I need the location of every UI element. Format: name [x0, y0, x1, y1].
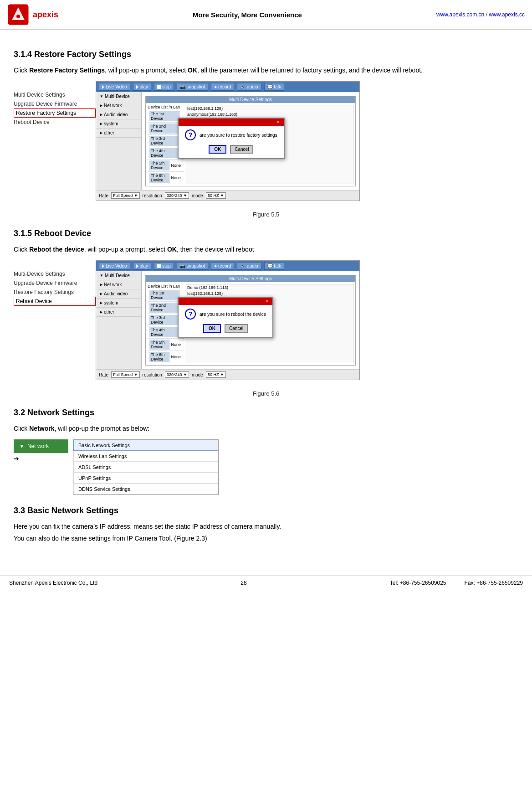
tb-snapshot-55: 📷 snapshot — [177, 83, 208, 91]
device-label-1-56: The 1st Device — [149, 290, 179, 300]
confirm-title-text-55 — [181, 119, 183, 125]
left-nav-56: Multi-Device Settings Upgrade Device Fir… — [14, 260, 96, 306]
left-nav-55: Multi-Device Settings Upgrade Device Fir… — [14, 81, 96, 127]
tb-record-55: ● record — [211, 83, 234, 91]
rate-select-56[interactable]: Full Speed ▼ — [111, 371, 139, 378]
mode-label-55: mode — [192, 193, 203, 198]
device-row-5th-55: The 5th Device None — [148, 160, 184, 172]
device-label-2-56: The 2nd Device — [149, 303, 179, 313]
confirm-cancel-btn-55[interactable]: Cancel — [230, 145, 253, 154]
device-row-6th-55: The 6th Device None — [148, 172, 184, 184]
nav-restore-55: Restore Factory Settings — [14, 108, 96, 118]
body-basic-network-2: You can also do the same settings from I… — [14, 535, 518, 542]
net-figure-container: ▼ Net work ➔ Basic Network Settings Wire… — [14, 439, 518, 495]
play-icon — [136, 85, 138, 89]
net-arrow-icon: ➔ — [14, 455, 68, 462]
figure-56-container: Multi-Device Settings Upgrade Device Fir… — [14, 260, 518, 380]
confirm-cancel-btn-56[interactable]: Cancel — [225, 324, 248, 333]
net-item-adsl[interactable]: ADSL Settings — [73, 462, 218, 473]
device-label-5-55: The 5th Device — [149, 160, 169, 170]
device-val-6-55: None — [169, 175, 182, 180]
footer-contact: Tel: +86-755-26509025 Fax: +86-755-26509… — [390, 580, 523, 586]
confirm-close-55[interactable]: ✕ — [276, 119, 281, 125]
livevideo-icon-56 — [102, 264, 104, 268]
sb-other-55: ▶ other — [96, 129, 141, 138]
mode-select-56[interactable]: 50 HZ ▼ — [206, 371, 226, 378]
tb-play-55: play — [133, 83, 151, 91]
sb-other-56: ▶ other — [96, 308, 141, 317]
confirm-close-56[interactable]: ✕ — [264, 299, 270, 304]
header-tagline: More Security, More Convenience — [58, 11, 436, 19]
figure-56-caption: Figure 5.6 — [253, 390, 280, 397]
section-network-settings: 3.2 Network Settings Click Network, will… — [14, 408, 518, 495]
confirm-buttons-55: OK Cancel — [185, 145, 277, 154]
device-label-3-56: The 3rd Device — [149, 315, 179, 325]
section-restore-factory: 3.1.4 Restore Factory Settings Click Res… — [14, 50, 518, 218]
rate-select-55[interactable]: Full Speed ▼ — [111, 192, 139, 199]
device-row-5th-56: The 5th Device None — [148, 339, 184, 351]
res-label-55: resolution — [143, 193, 162, 198]
footer-fax: Fax: +86-755-26509229 — [465, 580, 523, 586]
mode-select-55[interactable]: 50 HZ ▼ — [206, 192, 226, 199]
confirm-body-56: ? are you sure to reboot the device — [185, 309, 266, 320]
res-select-55[interactable]: 320*240 ▼ — [165, 192, 189, 199]
sb-network-56: ▶ Net work — [96, 280, 141, 289]
mode-label-56: mode — [192, 372, 203, 377]
res-select-56[interactable]: 320*240 ▼ — [165, 371, 189, 378]
confirm-question-icon-56: ? — [185, 309, 196, 320]
figure-55-caption: Figure 5.5 — [253, 211, 280, 218]
confirm-title-55: ✕ — [179, 119, 284, 126]
res-label-56: resolution — [143, 372, 162, 377]
tb-audio-56: 🔈 audio — [237, 262, 261, 270]
page-footer: Shenzhen Apexis Electronic Co., Ltd 28 T… — [0, 576, 532, 590]
header-links: www.apexis.com.cn / www.apexis.cc — [436, 11, 525, 18]
device-val-5-56: None — [169, 342, 182, 347]
device-label-1-55: The 1st Device — [149, 111, 179, 121]
confirm-title-56: ✕ — [179, 298, 272, 305]
nav-upgrade-55: Upgrade Device Firmware — [14, 99, 96, 108]
figure-55-caption-container: Figure 5.5 — [14, 208, 518, 218]
mock-panel-title-56: Multi-Device Settings — [146, 275, 355, 282]
tb-record-56: ● record — [211, 262, 234, 270]
net-left-sidebar: ▼ Net work ➔ — [14, 439, 68, 462]
net-mock-menu: Basic Network Settings Wireless Lan Sett… — [73, 439, 219, 495]
heading-network-settings: 3.2 Network Settings — [14, 408, 518, 418]
device-label-5-56: The 5th Device — [149, 340, 169, 350]
net-item-wireless[interactable]: Wireless Lan Settings — [73, 451, 218, 462]
main-content: 3.1.4 Restore Factory Settings Click Res… — [0, 30, 532, 562]
confirm-ok-btn-55[interactable]: OK — [209, 145, 226, 154]
net-item-basic[interactable]: Basic Network Settings — [73, 440, 218, 451]
stop-icon-56 — [157, 264, 161, 268]
figure-55-container: Multi-Device Settings Upgrade Device Fir… — [14, 81, 518, 201]
website1-link[interactable]: www.apexis.com.cn — [436, 11, 484, 18]
heading-reboot-device: 3.1.5 Reboot Device — [14, 229, 518, 238]
nav-reboot-55: Reboot Device — [14, 118, 96, 127]
mock-controls-55: Rate Full Speed ▼ resolution 320*240 ▼ m… — [96, 190, 359, 201]
confirm-buttons-56: OK Cancel — [185, 324, 266, 333]
section-reboot-device: 3.1.5 Reboot Device Click Reboot the dev… — [14, 229, 518, 397]
tb-livevideo-55: Live Video — [99, 83, 130, 91]
confirm-ok-btn-56[interactable]: OK — [203, 324, 221, 333]
bold-ok-2: OK — [167, 246, 177, 253]
net-item-upnp[interactable]: UPnP Settings — [73, 473, 218, 484]
net-triangle-icon: ▼ — [19, 443, 25, 449]
net-item-ddns[interactable]: DDNS Service Settings — [73, 484, 218, 495]
tb-snapshot-56: 📷 snapshot — [177, 262, 208, 270]
footer-page: 28 — [240, 580, 246, 586]
nav-upgrade-56: Upgrade Device Firmware — [14, 278, 96, 288]
heading-basic-network: 3.3 Basic Network Settings — [14, 506, 518, 515]
sb-system-56: ▶ system — [96, 299, 141, 308]
tb-talk-56: 💬 talk — [264, 262, 284, 270]
tb-stop-56: stop — [154, 262, 174, 270]
confirm-dialog-56: ✕ ? are you sure to reboot the device OK… — [178, 297, 273, 338]
mock-sidebar-56: ▼ Multi-Device ▶ Net work ▶ Audio video … — [96, 271, 142, 369]
body-basic-network-1: Here you can fix the camera’s IP address… — [14, 523, 518, 530]
confirm-message-55: are you sure to restore factory settings — [200, 133, 277, 138]
device-label-2-55: The 2nd Device — [149, 124, 179, 134]
sb-system-55: ▶ system — [96, 119, 141, 129]
heading-restore-factory: 3.1.4 Restore Factory Settings — [14, 50, 518, 59]
website2-link[interactable]: www.apexis.cc — [489, 11, 525, 18]
logo-area: apexis — [7, 4, 58, 26]
confirm-message-56: are you sure to reboot the device — [200, 312, 266, 317]
net-label: Net work — [27, 443, 49, 449]
